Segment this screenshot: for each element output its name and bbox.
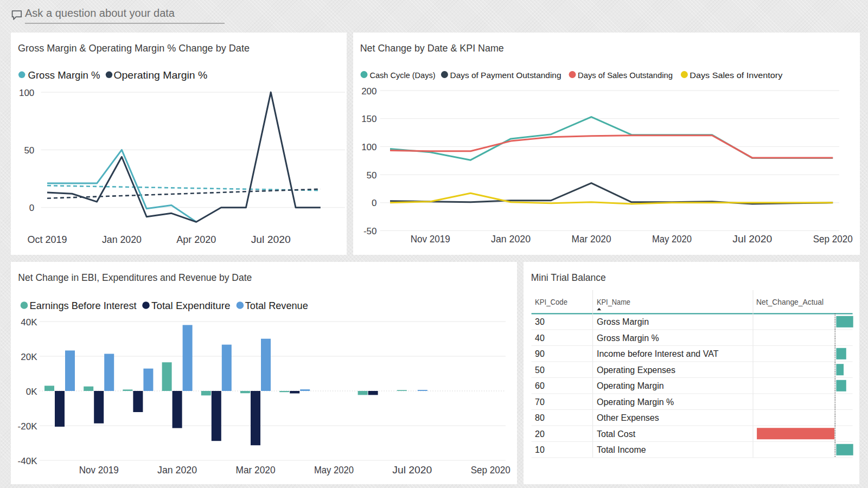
svg-text:100: 100	[361, 142, 376, 152]
svg-text:KPI_Name: KPI_Name	[597, 297, 630, 306]
svg-text:10: 10	[535, 445, 545, 454]
svg-text:0K: 0K	[26, 387, 37, 397]
svg-text:Nov 2019: Nov 2019	[79, 465, 119, 476]
svg-text:0: 0	[29, 203, 34, 213]
svg-text:Jul 2020: Jul 2020	[392, 465, 432, 476]
svg-text:Earnings Before Interest: Earnings Before Interest	[30, 300, 137, 311]
svg-text:Gross Margin %: Gross Margin %	[28, 69, 100, 81]
svg-text:Days of Payment Outstanding: Days of Payment Outstanding	[450, 70, 561, 80]
svg-text:Total Expenditure: Total Expenditure	[151, 300, 231, 311]
svg-text:Operating Margin %: Operating Margin %	[597, 397, 674, 407]
svg-text:-40K: -40K	[18, 456, 38, 466]
svg-text:Cash Cycle (Days): Cash Cycle (Days)	[370, 70, 436, 80]
svg-text:May 2020: May 2020	[314, 465, 354, 476]
svg-text:Mar 2020: Mar 2020	[572, 234, 611, 245]
svg-text:50: 50	[367, 170, 377, 181]
svg-text:40: 40	[535, 333, 545, 343]
svg-text:30: 30	[535, 317, 545, 326]
svg-text:Ask a question about your data: Ask a question about your data	[25, 7, 175, 19]
svg-text:Net Change in EBI, Expenditure: Net Change in EBI, Expenditures and Reve…	[18, 272, 252, 283]
svg-text:Nov 2019: Nov 2019	[411, 234, 450, 245]
svg-text:Gross Margin & Operating Margi: Gross Margin & Operating Margin % Change…	[18, 43, 250, 54]
svg-text:Operating Expenses: Operating Expenses	[597, 365, 675, 375]
svg-text:Operating Margin: Operating Margin	[597, 381, 664, 390]
svg-text:Net_Change_Actual: Net_Change_Actual	[756, 297, 824, 306]
svg-text:80: 80	[535, 413, 545, 422]
svg-text:Days of Sales Outstanding: Days of Sales Outstanding	[578, 70, 673, 80]
svg-text:20: 20	[535, 429, 545, 439]
svg-text:Net Change by Date & KPI Name: Net Change by Date & KPI Name	[360, 43, 504, 54]
svg-text:Mini Trial Balance: Mini Trial Balance	[531, 272, 606, 283]
svg-text:60: 60	[535, 381, 545, 390]
svg-text:Oct 2019: Oct 2019	[28, 234, 67, 245]
svg-text:150: 150	[361, 114, 376, 124]
svg-text:Jul 2020: Jul 2020	[251, 234, 291, 245]
svg-text:Jan 2020: Jan 2020	[102, 234, 142, 245]
svg-text:40K: 40K	[21, 317, 37, 328]
svg-text:20K: 20K	[21, 352, 37, 362]
svg-text:Income before Interest and VAT: Income before Interest and VAT	[597, 349, 719, 358]
svg-text:Mar 2020: Mar 2020	[236, 465, 276, 476]
svg-text:200: 200	[361, 86, 376, 97]
svg-text:-20K: -20K	[18, 421, 38, 432]
svg-text:Apr 2020: Apr 2020	[176, 234, 216, 245]
svg-text:Total Revenue: Total Revenue	[245, 300, 308, 311]
svg-text:Total Cost: Total Cost	[597, 429, 636, 439]
svg-text:Other Expenses: Other Expenses	[597, 413, 659, 422]
svg-text:-50: -50	[363, 226, 377, 236]
svg-text:Sep 2020: Sep 2020	[471, 465, 510, 476]
svg-text:Gross Margin %: Gross Margin %	[597, 333, 659, 343]
svg-text:90: 90	[535, 349, 545, 358]
svg-text:Jan 2020: Jan 2020	[157, 465, 197, 476]
svg-text:Operating Margin %: Operating Margin %	[113, 69, 207, 81]
svg-text:Gross Margin: Gross Margin	[597, 317, 649, 326]
svg-text:50: 50	[535, 365, 545, 375]
svg-text:Sep 2020: Sep 2020	[813, 234, 853, 245]
svg-text:May 2020: May 2020	[652, 234, 692, 245]
svg-text:0: 0	[372, 198, 376, 208]
svg-text:KPI_Code: KPI_Code	[535, 297, 567, 306]
svg-text:70: 70	[535, 397, 545, 407]
svg-text:Jul 2020: Jul 2020	[732, 234, 772, 245]
svg-text:Days Sales of Inventory: Days Sales of Inventory	[690, 70, 782, 80]
svg-text:Total Income: Total Income	[597, 445, 646, 454]
svg-text:50: 50	[24, 145, 34, 156]
svg-text:Jan 2020: Jan 2020	[491, 234, 531, 245]
svg-text:100: 100	[19, 88, 34, 98]
